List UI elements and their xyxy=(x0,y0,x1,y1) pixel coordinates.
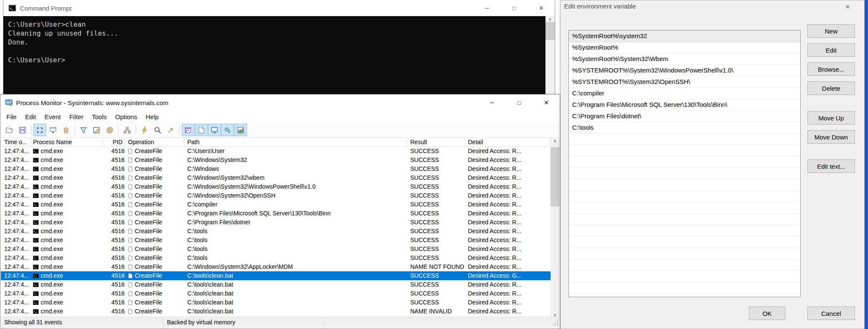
table-row[interactable]: 12:47:4...cmd.exe4516CreateFileC:\Window… xyxy=(1,191,551,200)
procmon-maximize-button[interactable]: □ xyxy=(506,95,533,111)
column-header-op[interactable]: Operation xyxy=(126,138,184,146)
column-header-detail[interactable]: Detail xyxy=(465,138,550,146)
show-registry-icon[interactable] xyxy=(182,124,195,136)
move-up-button[interactable]: Move Up xyxy=(807,111,855,125)
show-process-icon[interactable] xyxy=(221,124,234,136)
cmd-maximize-button[interactable]: □ xyxy=(501,0,528,16)
env-list-item[interactable]: %SYSTEMROOT%\System32\OpenSSH\ xyxy=(569,76,800,88)
cmd-scroll-thumb[interactable] xyxy=(545,22,555,40)
process-tree-icon[interactable] xyxy=(121,124,134,136)
cmd-close-button[interactable]: × xyxy=(528,0,555,16)
file-operation-icon xyxy=(128,220,133,225)
open-icon[interactable] xyxy=(3,124,16,136)
env-list-item[interactable]: C:\tools xyxy=(569,122,800,134)
cmd-titlebar[interactable]: Command Prompt ─ □ × xyxy=(3,0,555,16)
table-row[interactable]: 12:47:4...cmd.exe4516CreateFileC:\tools\… xyxy=(1,289,551,298)
procmon-titlebar[interactable]: Process Monitor - Sysinternals: www.sysi… xyxy=(0,95,560,111)
cell-time: 12:47:4... xyxy=(1,289,31,298)
procmon-minimize-button[interactable]: ─ xyxy=(479,95,506,111)
column-header-path[interactable]: Path xyxy=(184,138,407,146)
menu-help[interactable]: Help xyxy=(141,112,163,122)
menu-file[interactable]: File xyxy=(2,112,21,122)
autoscroll-icon[interactable] xyxy=(47,124,59,136)
table-row[interactable]: 12:47:4...cmd.exe4516CreateFileC:\tools\… xyxy=(1,307,551,316)
menu-event[interactable]: Event xyxy=(40,112,65,122)
table-row[interactable]: 12:47:4...cmd.exe4516CreateFileC:\Progra… xyxy=(1,218,551,227)
cell-result: SUCCESS xyxy=(407,147,465,156)
ok-button[interactable]: OK xyxy=(749,307,785,320)
table-row[interactable]: 12:47:4...cmd.exe4516CreateFileC:\Window… xyxy=(1,262,551,271)
table-row[interactable]: 12:47:4...cmd.exe4516CreateFileC:\tools\… xyxy=(1,298,551,307)
save-icon[interactable] xyxy=(16,124,29,136)
table-row-selected[interactable]: 12:47:4...cmd.exe4516CreateFileC:\tools\… xyxy=(1,271,551,280)
cell-pid: 4516 xyxy=(103,209,125,218)
cell-pid: 4516 xyxy=(103,307,125,316)
procmon-close-button[interactable]: × xyxy=(533,95,560,111)
table-row[interactable]: 12:47:4...cmd.exe4516CreateFileC:\Users\… xyxy=(1,147,551,156)
menu-edit[interactable]: Edit xyxy=(21,112,40,122)
search-icon[interactable] xyxy=(151,124,164,136)
cell-time: 12:47:4... xyxy=(1,280,31,289)
clear-icon[interactable] xyxy=(60,124,72,136)
env-list-item[interactable]: C:\Program Files\Microsoft SQL Server\13… xyxy=(569,99,800,111)
new-button[interactable]: New xyxy=(807,24,855,38)
browse-button[interactable]: Browse... xyxy=(807,62,855,76)
include-target-icon[interactable] xyxy=(103,124,116,136)
cancel-button[interactable]: Cancel xyxy=(807,307,855,320)
table-row[interactable]: 12:47:4...cmd.exe4516CreateFileC:\Window… xyxy=(1,173,551,182)
move-down-button[interactable]: Move Down xyxy=(807,130,855,144)
menu-filter[interactable]: Filter xyxy=(65,112,87,122)
cmd-file-icon xyxy=(33,282,39,287)
cmd-scrollbar[interactable]: ∧ xyxy=(545,16,555,97)
cell-pid: 4516 xyxy=(103,200,125,209)
edit-button[interactable]: Edit xyxy=(807,43,855,57)
cell-op: CreateFile xyxy=(126,298,184,307)
env-list-item[interactable]: C:\Program Files\dotnet\ xyxy=(569,111,800,122)
delete-button[interactable]: Delete xyxy=(807,81,855,95)
env-list-empty-row xyxy=(569,134,800,145)
highlight-icon[interactable] xyxy=(90,124,103,136)
table-row[interactable]: 12:47:4...cmd.exe4516CreateFileC:\toolsS… xyxy=(1,254,551,262)
filter-icon[interactable] xyxy=(77,124,90,136)
column-header-pid[interactable]: PID xyxy=(103,138,125,146)
table-row[interactable]: 12:47:4...cmd.exe4516CreateFileC:\toolsS… xyxy=(1,236,551,245)
show-profiling-icon[interactable] xyxy=(234,124,247,136)
table-row[interactable]: 12:47:4...cmd.exe4516CreateFileC:\Window… xyxy=(1,156,551,164)
status-backing: Backed by virtual memory xyxy=(167,319,235,326)
procmon-scroll-up-icon[interactable]: ∧ xyxy=(551,138,559,145)
procmon-scroll-thumb[interactable] xyxy=(551,147,559,206)
cell-process: cmd.exe xyxy=(31,254,103,262)
cell-time: 12:47:4... xyxy=(1,156,31,164)
table-row[interactable]: 12:47:4...cmd.exe4516CreateFileC:\Window… xyxy=(1,164,551,173)
resize-grip-icon[interactable] xyxy=(552,320,558,327)
column-header-result[interactable]: Result xyxy=(407,138,465,146)
dialog-close-button[interactable]: × xyxy=(840,1,855,12)
table-row[interactable]: 12:47:4...cmd.exe4516CreateFileC:\tools\… xyxy=(1,280,551,289)
capture-icon[interactable] xyxy=(33,124,46,136)
env-list-item[interactable]: C:\compiler xyxy=(569,88,800,99)
show-network-icon[interactable] xyxy=(208,124,221,136)
cmd-minimize-button[interactable]: ─ xyxy=(473,0,501,16)
column-header-time[interactable]: Time o... xyxy=(1,138,31,146)
table-row[interactable]: 12:47:4...cmd.exe4516CreateFileC:\toolsS… xyxy=(1,227,551,236)
show-file-system-icon[interactable] xyxy=(195,124,208,136)
table-row[interactable]: 12:47:4...cmd.exe4516CreateFileC:\toolsS… xyxy=(1,245,551,254)
menu-options[interactable]: Options xyxy=(111,112,142,122)
column-header-process[interactable]: Process Name xyxy=(31,138,103,146)
table-row[interactable]: 12:47:4...cmd.exe4516CreateFileC:\Progra… xyxy=(1,209,551,218)
environment-variable-list[interactable]: %SystemRoot%\system32%SystemRoot%%System… xyxy=(568,30,801,297)
lightning-icon[interactable] xyxy=(138,124,151,136)
console-output[interactable]: C:\Users\User>cleanCleaning up unused fi… xyxy=(3,16,555,97)
menu-tools[interactable]: Tools xyxy=(88,112,111,122)
table-row[interactable]: 12:47:4...cmd.exe4516CreateFileC:\Window… xyxy=(1,182,551,191)
env-list-item[interactable]: %SystemRoot% xyxy=(569,42,800,53)
edit-text-button[interactable]: Edit text... xyxy=(807,159,855,173)
env-list-item[interactable]: %SystemRoot%\System32\Wbem xyxy=(569,53,800,65)
jump-to-icon[interactable] xyxy=(164,124,177,136)
procmon-scrollbar[interactable]: ∧ ∨ xyxy=(551,138,559,318)
env-list-item[interactable]: %SystemRoot%\system32 xyxy=(569,31,800,42)
table-row[interactable]: 12:47:4...cmd.exe4516CreateFileC:\compil… xyxy=(1,200,551,209)
env-list-item[interactable]: %SYSTEMROOT%\System32\WindowsPowerShell\… xyxy=(569,65,800,76)
cell-detail: Desired Access: R... xyxy=(465,236,550,245)
cell-pid: 4516 xyxy=(103,156,125,164)
